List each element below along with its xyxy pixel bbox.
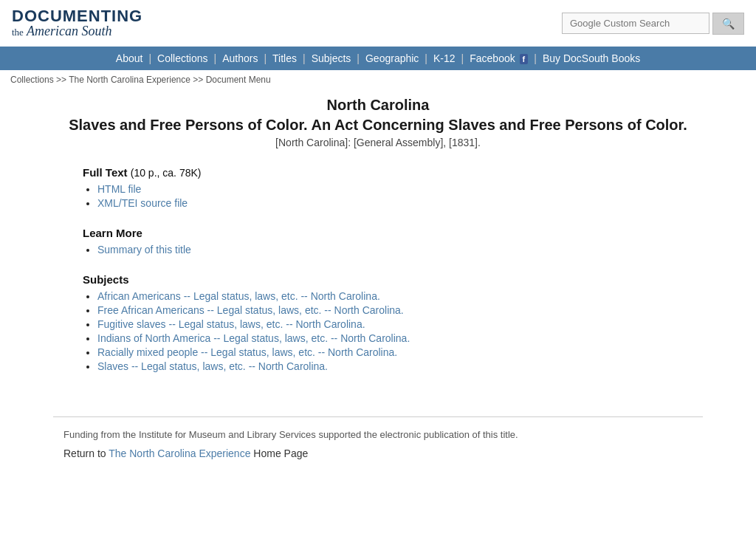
full-text-xml: XML/TEI source file (97, 197, 703, 209)
document-title: North Carolina Slaves and Free Persons o… (53, 97, 703, 148)
subject-link-3[interactable]: Indians of North America -- Legal status… (97, 332, 410, 344)
full-text-section: Full Text (10 p., ca. 78K) HTML file XML… (83, 166, 703, 209)
full-text-heading: Full Text (10 p., ca. 78K) (83, 166, 703, 179)
subject-item: African Americans -- Legal status, laws,… (97, 290, 703, 302)
search-area: 🔍 (562, 13, 744, 35)
search-button[interactable]: 🔍 (712, 13, 744, 35)
subject-item: Indians of North America -- Legal status… (97, 332, 703, 344)
sep6: | (425, 52, 427, 64)
breadcrumb-sep2: >> (193, 75, 205, 85)
header: DOCUMENTING the American South 🔍 (0, 0, 756, 47)
subject-item: Fugitive slaves -- Legal status, laws, e… (97, 318, 703, 330)
subjects-section: Subjects African Americans -- Legal stat… (83, 273, 703, 372)
sep2: | (214, 52, 217, 64)
sep4: | (303, 52, 306, 64)
breadcrumb-current: Document Menu (206, 75, 271, 85)
subjects-list: African Americans -- Legal status, laws,… (97, 290, 703, 372)
logo-top: DOCUMENTING (12, 7, 142, 25)
learn-more-section: Learn More Summary of this title (83, 227, 703, 256)
full-text-html: HTML file (97, 183, 703, 195)
doc-citation: [North Carolina]: [General Assembly], [1… (53, 137, 703, 148)
navbar: About | Collections | Authors | Titles |… (0, 47, 756, 70)
subjects-heading: Subjects (83, 273, 703, 286)
subject-link-5[interactable]: Slaves -- Legal status, laws, etc. -- No… (97, 360, 328, 372)
summary-link[interactable]: Summary of this title (97, 244, 191, 256)
logo-area: DOCUMENTING the American South (12, 7, 142, 39)
subject-link-4[interactable]: Racially mixed people -- Legal status, l… (97, 346, 397, 358)
breadcrumb-nc-experience[interactable]: The North Carolina Experience (69, 75, 190, 85)
nav-authors[interactable]: Authors (219, 52, 261, 64)
xml-file-link[interactable]: XML/TEI source file (97, 197, 188, 209)
nav-geographic[interactable]: Geographic (362, 52, 422, 64)
nav-collections[interactable]: Collections (154, 52, 210, 64)
return-suffix: Home Page (253, 447, 308, 459)
search-input[interactable] (562, 13, 709, 34)
doc-title-line1: North Carolina (53, 97, 703, 114)
html-file-link[interactable]: HTML file (97, 183, 141, 195)
subject-item: Free African Americans -- Legal status, … (97, 304, 703, 316)
logo-american-south: American South (27, 24, 111, 38)
return-link[interactable]: The North Carolina Experience (109, 447, 250, 459)
subject-item: Slaves -- Legal status, laws, etc. -- No… (97, 360, 703, 372)
logo-the: the (12, 27, 24, 38)
return-text: Return to (63, 447, 109, 459)
subject-link-2[interactable]: Fugitive slaves -- Legal status, laws, e… (97, 318, 365, 330)
funding-text: Funding from the Institute for Museum an… (63, 429, 693, 440)
summary-item: Summary of this title (97, 244, 703, 256)
nav-buy-docsouth[interactable]: Buy DocSouth Books (540, 52, 643, 64)
main-content: North Carolina Slaves and Free Persons o… (9, 89, 747, 489)
footer: Funding from the Institute for Museum an… (53, 416, 703, 467)
learn-more-links: Summary of this title (97, 244, 703, 256)
learn-more-heading: Learn More (83, 227, 703, 239)
doc-title-line2: Slaves and Free Persons of Color. An Act… (53, 117, 703, 134)
nav-about[interactable]: About (113, 52, 146, 64)
sep1: | (148, 52, 151, 64)
subject-link-1[interactable]: Free African Americans -- Legal status, … (97, 304, 404, 316)
nav-facebook[interactable]: Facebook f (467, 52, 531, 64)
full-text-links: HTML file XML/TEI source file (97, 183, 703, 209)
sep5: | (357, 52, 360, 64)
nav-subjects[interactable]: Subjects (309, 52, 354, 64)
nav-k12[interactable]: K-12 (430, 52, 458, 64)
return-line: Return to The North Carolina Experience … (63, 447, 693, 459)
sep3: | (264, 52, 267, 64)
breadcrumb: Collections >> The North Carolina Experi… (0, 70, 756, 89)
subject-item: Racially mixed people -- Legal status, l… (97, 346, 703, 358)
breadcrumb-collections[interactable]: Collections (10, 75, 54, 85)
sep7: | (461, 52, 464, 64)
nav-titles[interactable]: Titles (269, 52, 300, 64)
sep8: | (534, 52, 537, 64)
subject-link-0[interactable]: African Americans -- Legal status, laws,… (97, 290, 380, 302)
logo-doc: DOCUMENTING (12, 7, 142, 25)
logo-sub: the American South (12, 24, 142, 39)
facebook-icon: f (520, 54, 529, 64)
breadcrumb-sep1: >> (56, 75, 69, 85)
full-text-note: (10 p., ca. 78K) (131, 167, 202, 179)
